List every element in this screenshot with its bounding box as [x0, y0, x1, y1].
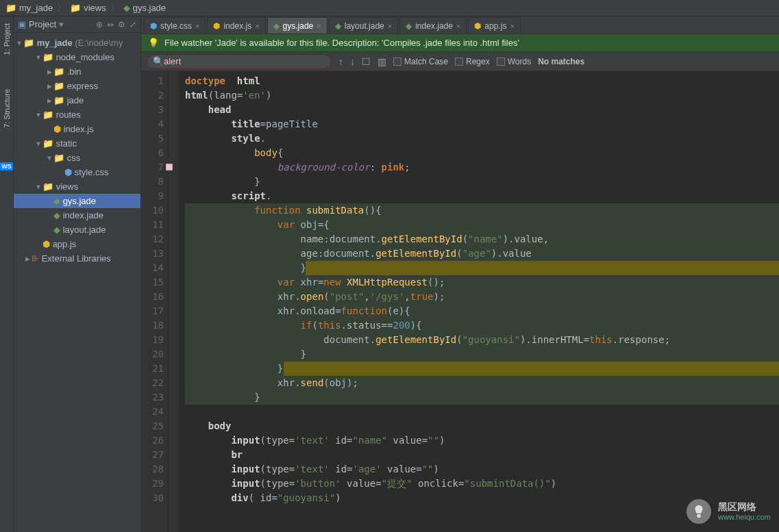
- search-input[interactable]: [164, 56, 325, 66]
- close-icon[interactable]: ×: [388, 22, 392, 30]
- hide-icon[interactable]: ⤢: [129, 20, 136, 29]
- chevron-right-icon: 〉: [110, 2, 119, 14]
- structure-toolwindow-tab[interactable]: 7: Structure: [3, 89, 11, 128]
- editor-tabs: ⬢style.css×⬢index.js×◆gys.jade×◆layout.j…: [141, 16, 779, 34]
- svg-rect-0: [697, 514, 701, 518]
- watermark: 黑区网络 www.heiqu.com: [687, 499, 771, 524]
- tree-item-gys-jade[interactable]: ◆ gys.jade: [14, 194, 140, 208]
- words-checkbox[interactable]: Words: [497, 57, 531, 66]
- regex-checkbox[interactable]: Regex: [455, 57, 490, 66]
- chevron-right-icon: 〉: [57, 2, 66, 14]
- tree-item-external-libraries[interactable]: ▶⊪ External Libraries: [14, 251, 140, 266]
- ws-icon: WS: [0, 162, 13, 170]
- find-bar: 🔍 ↑ ↓ ☐ ▥ Match Case Regex Words No matc…: [141, 52, 779, 71]
- tool-window-strip: 1: Project 7: Structure WS: [0, 16, 14, 532]
- notice-text: File watcher 'Jade' is available for thi…: [164, 38, 519, 48]
- no-matches-label: No matches: [538, 57, 584, 66]
- close-icon[interactable]: ×: [317, 22, 321, 30]
- collapse-all-icon[interactable]: ⇔: [107, 20, 114, 29]
- sidebar-title[interactable]: ▣ Project▾: [18, 19, 96, 29]
- close-icon[interactable]: ×: [510, 22, 514, 30]
- tab-index-js[interactable]: ⬢index.js×: [207, 17, 265, 34]
- breadcrumb-item[interactable]: 📁 my_jade: [5, 3, 53, 13]
- tree-item-app-js[interactable]: ⬢ app.js: [14, 237, 140, 251]
- file-watcher-notice: 💡 File watcher 'Jade' is available for t…: [141, 34, 779, 52]
- close-icon[interactable]: ×: [255, 22, 259, 30]
- tree-item-layout-jade[interactable]: ◆ layout.jade: [14, 223, 140, 237]
- tree-item-express[interactable]: ▶📁 express: [14, 79, 140, 93]
- gear-icon[interactable]: ⚙: [118, 20, 125, 29]
- close-icon[interactable]: ×: [195, 22, 199, 30]
- tab-app-js[interactable]: ⬢app.js×: [468, 17, 520, 34]
- tree-item-css[interactable]: ▼📁 css: [14, 151, 140, 165]
- tab-index-jade[interactable]: ◆index.jade×: [399, 17, 467, 34]
- project-sidebar: ▣ Project▾ ⊕ ⇔ ⚙ ⤢ ▼📁 my_jade (E:\node\m…: [14, 16, 141, 532]
- sidebar-header: ▣ Project▾ ⊕ ⇔ ⚙ ⤢: [14, 16, 140, 33]
- tab-gys-jade[interactable]: ◆gys.jade×: [267, 17, 327, 34]
- code-editor[interactable]: 1234567891011121314151617181920212223242…: [141, 71, 779, 532]
- code-content[interactable]: doctype htmlhtml(lang='en') head title=p…: [180, 71, 779, 532]
- project-tree: ▼📁 my_jade (E:\node\my ▼📁 node_modules▶📁…: [14, 33, 140, 268]
- tree-item-index-js[interactable]: ⬢ index.js: [14, 122, 140, 136]
- tree-item-index-jade[interactable]: ◆ index.jade: [14, 208, 140, 223]
- tree-item-jade[interactable]: ▶📁 jade: [14, 93, 140, 107]
- watermark-logo-icon: [687, 499, 711, 524]
- editor-area: ⬢style.css×⬢index.js×◆gys.jade×◆layout.j…: [141, 16, 779, 532]
- multiline-icon[interactable]: ▥: [378, 56, 386, 67]
- next-match-icon[interactable]: ↓: [350, 56, 355, 67]
- tab-style-css[interactable]: ⬢style.css×: [144, 17, 206, 34]
- tree-item-node-modules[interactable]: ▼📁 node_modules: [14, 50, 140, 64]
- tree-item-views[interactable]: ▼📁 views: [14, 179, 140, 194]
- fold-gutter: [169, 71, 180, 532]
- tree-item-routes[interactable]: ▼📁 routes: [14, 107, 140, 122]
- project-toolwindow-tab[interactable]: 1: Project: [3, 23, 11, 55]
- breadcrumb: 📁 my_jade 〉 📁 views 〉 ◆ gys.jade: [0, 0, 779, 16]
- tree-item-static[interactable]: ▼📁 static: [14, 136, 140, 151]
- prev-match-icon[interactable]: ↑: [338, 56, 343, 67]
- breadcrumb-item[interactable]: ◆ gys.jade: [123, 3, 166, 13]
- tab-layout-jade[interactable]: ◆layout.jade×: [329, 17, 398, 34]
- tree-item-style-css[interactable]: ⬢ style.css: [14, 165, 140, 179]
- tree-root[interactable]: ▼📁 my_jade (E:\node\my: [14, 36, 140, 50]
- close-icon[interactable]: ×: [456, 22, 460, 30]
- breadcrumb-item[interactable]: 📁 views: [70, 3, 106, 13]
- search-icon: 🔍: [153, 56, 164, 66]
- tree-item--bin[interactable]: ▶📁 .bin: [14, 64, 140, 79]
- match-case-checkbox[interactable]: Match Case: [393, 57, 448, 66]
- search-input-wrap[interactable]: 🔍: [147, 54, 332, 69]
- scroll-from-source-icon[interactable]: ⊕: [96, 20, 103, 29]
- export-icon[interactable]: ☐: [362, 56, 371, 67]
- line-numbers: 1234567891011121314151617181920212223242…: [141, 71, 169, 532]
- bulb-icon: 💡: [148, 38, 159, 48]
